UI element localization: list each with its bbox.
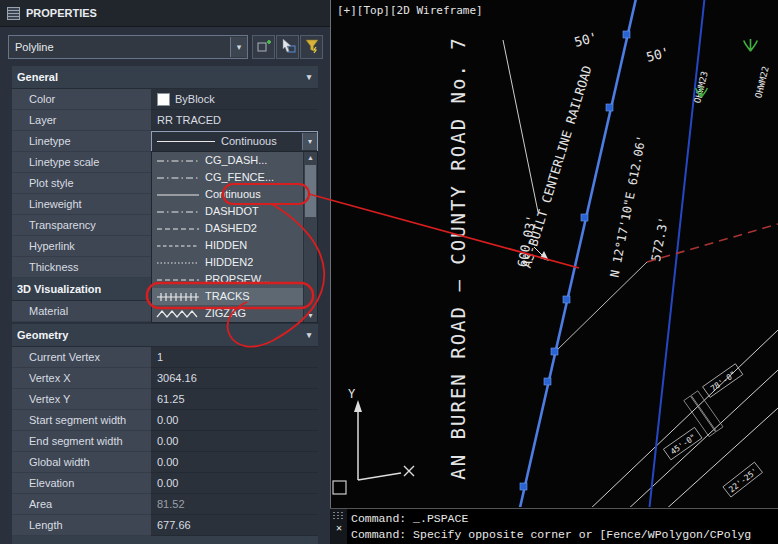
section-header-partial — [12, 536, 318, 544]
chevron-down-icon[interactable]: ▾ — [300, 72, 318, 82]
prop-row-length: Length 677.66 — [12, 515, 318, 536]
command-history[interactable]: Command: _.PSPACE Command: Specify oppos… — [351, 511, 776, 543]
ohwm22-label: OHWM22 — [753, 65, 771, 99]
linetype-preview — [156, 275, 200, 285]
scrollbar-thumb[interactable] — [305, 165, 316, 217]
layer-value[interactable]: RR TRACED — [151, 110, 318, 131]
road-name-text: AN BUREN ROAD – COUNTY ROAD No. 7 — [447, 36, 469, 480]
linetype-preview-zigzag — [156, 309, 200, 319]
dropdown-scrollbar[interactable]: ▲ ▼ — [303, 152, 317, 322]
prop-row-layer: Layer RR TRACED — [12, 110, 318, 131]
scroll-down-icon[interactable]: ▼ — [304, 310, 317, 322]
linetype-dropdown-list: CG_DASH... CG_FENCE... Continuous DASHDO… — [151, 151, 318, 323]
toggle-pickadd-icon — [256, 38, 272, 54]
color-value[interactable]: ByBlock — [151, 89, 318, 110]
linetype-option[interactable]: HIDDEN — [152, 237, 305, 254]
ucs-y-label: Y — [348, 387, 356, 401]
prop-row-area: Area 81.52 — [12, 494, 318, 515]
linetype-preview — [156, 224, 200, 234]
centerline-callout-text: AS-BUILT CENTERLINE RAILROAD — [519, 64, 595, 270]
viewport-corner-grip[interactable] — [333, 481, 346, 494]
prop-row-start-segment-width: Start segment width 0.00 — [12, 410, 318, 431]
prop-row-color: Color ByBlock — [12, 89, 318, 110]
palette-title: PROPERTIES — [26, 7, 97, 19]
drawing-viewport[interactable]: [+][Top][2D Wireframe] AN BUREN ROAD – C… — [330, 0, 778, 508]
offset-label-left: 50' — [573, 29, 600, 50]
offset-label-right: 50' — [645, 44, 672, 65]
linetype-option[interactable]: HIDDEN2 — [152, 254, 305, 271]
prop-row-elevation: Elevation 0.00 — [12, 473, 318, 494]
prop-row-linetype: Linetype Continuous ▾ — [12, 131, 318, 152]
linetype-option[interactable]: DASHED2 — [152, 220, 305, 237]
prop-row-global-width: Global width 0.00 — [12, 452, 318, 473]
grass-symbol — [744, 39, 758, 51]
linetype-option[interactable]: DASHDOT — [152, 203, 305, 220]
scroll-up-icon[interactable]: ▲ — [304, 152, 317, 164]
ucs-icon: Y — [333, 387, 414, 494]
object-type-value: Polyline — [9, 41, 230, 53]
tie-line[interactable] — [555, 262, 647, 352]
linetype-preview — [156, 258, 200, 268]
linetype-option[interactable]: PROPSEW... — [152, 271, 305, 288]
autocad-window: PROPERTIES Polyline ▾ — [0, 0, 778, 544]
dimension-box: 45'-0" — [663, 427, 702, 459]
toggle-pickadd-button[interactable] — [252, 35, 275, 59]
object-type-row: Polyline ▾ — [0, 32, 330, 60]
survey-line[interactable] — [503, 40, 538, 212]
linetype-preview-tracks — [156, 292, 200, 302]
select-objects-icon — [280, 38, 296, 54]
linetype-option-tracks[interactable]: TRACKS — [152, 288, 305, 305]
linetype-option[interactable]: ZIGZAG — [152, 305, 305, 322]
properties-icon — [7, 7, 20, 20]
bearing-text: N 12°17'10"E 612.06' — [607, 134, 648, 279]
command-panel-grip[interactable]: ✕ — [330, 509, 347, 544]
prop-row-vertex-y: Vertex Y 61.25 — [12, 389, 318, 410]
leader-arrowhead — [540, 251, 549, 261]
close-icon[interactable]: ✕ — [333, 523, 345, 535]
command-line-panel[interactable]: ✕ Command: _.PSPACE Command: Specify opp… — [330, 508, 778, 544]
linetype-option[interactable]: CG_DASH... — [152, 152, 305, 169]
prop-row-current-vertex: Current Vertex 1 — [12, 347, 318, 368]
command-line-1: Command: _.PSPACE — [351, 511, 776, 527]
linetype-preview — [156, 156, 200, 166]
dimension-box: 22'-25' — [723, 462, 763, 497]
object-type-combo[interactable]: Polyline ▾ — [8, 35, 248, 59]
chevron-down-icon[interactable]: ▾ — [300, 330, 318, 340]
linetype-preview — [156, 173, 200, 183]
linetype-preview — [156, 207, 200, 217]
prop-row-end-segment-width: End segment width 0.00 — [12, 431, 318, 452]
linetype-preview — [156, 190, 200, 200]
linetype-preview — [155, 137, 217, 146]
viewport-controls-label[interactable]: [+][Top][2D Wireframe] — [337, 4, 483, 17]
color-swatch[interactable] — [157, 93, 170, 106]
section-header-geometry[interactable]: Geometry ▾ — [12, 324, 318, 347]
prop-row-vertex-x: Vertex X 3064.16 — [12, 368, 318, 389]
linetype-option[interactable]: Continuous — [152, 186, 305, 203]
linetype-preview — [156, 241, 200, 251]
linetype-option[interactable]: CG_FENCE... — [152, 169, 305, 186]
select-objects-button[interactable] — [276, 35, 299, 59]
chevron-down-icon[interactable]: ▾ — [302, 133, 317, 150]
chevron-down-icon[interactable]: ▾ — [230, 37, 247, 57]
quick-select-button[interactable] — [300, 35, 323, 59]
drag-handle-icon[interactable] — [332, 511, 345, 520]
section-header-general[interactable]: General ▾ — [12, 66, 318, 89]
linetype-combo[interactable]: Continuous ▾ — [151, 131, 318, 152]
quick-select-icon — [304, 38, 320, 54]
command-line-2: Command: Specify opposite corner or [Fen… — [351, 527, 776, 543]
palette-titlebar[interactable]: PROPERTIES — [0, 0, 330, 27]
